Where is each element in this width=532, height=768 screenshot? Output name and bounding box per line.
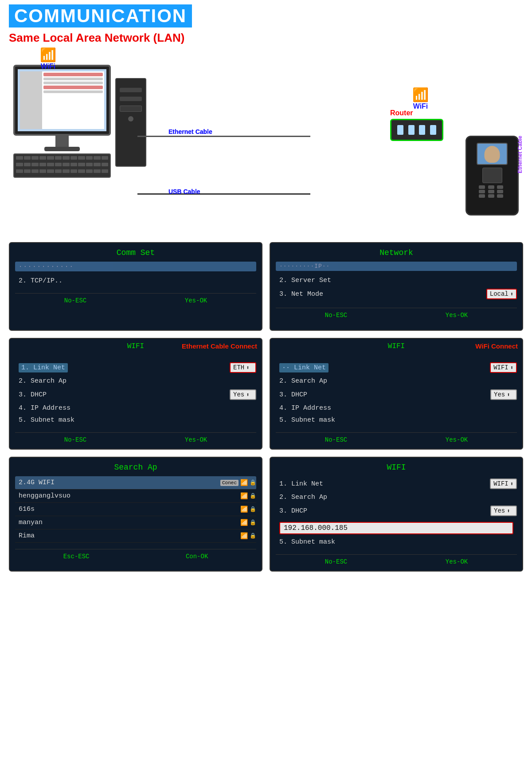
panel-search-ap-escesc[interactable]: Esc-ESC — [63, 553, 90, 560]
panel-wifi-eth-dropdown[interactable]: ETH ⬆ — [230, 362, 256, 373]
panel-wifi-wifi-yesok[interactable]: Yes-OK — [446, 436, 468, 443]
device-screen — [477, 143, 508, 165]
screen-bar-4 — [43, 86, 103, 89]
panel-network-dropdown[interactable]: Local ⬆ — [486, 289, 517, 299]
keyboard — [13, 153, 111, 178]
dropdown-arrow-dhcp-wifi: ⬆ — [507, 392, 510, 398]
panel-comm-set-yesok[interactable]: Yes-OK — [185, 297, 207, 304]
panel-wifi-wifi-item-3: 4. IP Address — [276, 402, 517, 414]
searchap-item-3[interactable]: 616s 📶 🔒 — [15, 503, 256, 516]
searchap-item-3-name: 616s — [19, 505, 35, 513]
panel-wifi-wifi-dropdown[interactable]: WIFI ⬆ — [490, 362, 517, 373]
panel-wifi-eth-item-3: 4. IP Address — [15, 402, 256, 414]
dropdown-arrow: ⬆ — [510, 291, 513, 298]
dropdown-arrow-wifi-ip: ⬆ — [510, 481, 513, 487]
wifi-left-icon: 📶 — [40, 47, 56, 63]
searchap-item-4-name: manyan — [19, 519, 43, 526]
panel-wifi-ip-noesc[interactable]: No-ESC — [325, 558, 347, 565]
panel-wifi-eth-item-3-text: 4. IP Address — [19, 404, 70, 412]
screen-bar-3 — [43, 82, 103, 84]
panel-network-item-1: 2. Server Set — [276, 274, 517, 286]
panel-comm-set-item-1: 2. TCP/IP.. — [15, 275, 256, 287]
panel-search-ap-conok[interactable]: Con-OK — [186, 553, 208, 560]
panel-network-title: Network — [276, 248, 517, 257]
searchap-item-5[interactable]: Rima 📶 🔒 — [15, 529, 256, 543]
tower-drive — [120, 106, 142, 112]
panel-comm-set-item-1-text: 2. TCP/IP.. — [19, 277, 63, 285]
panel-network-yesok[interactable]: Yes-OK — [446, 312, 468, 319]
panel-wifi-wifi-item-4: 5. Subnet mask — [276, 414, 517, 426]
ethernet-cable-line — [137, 136, 310, 137]
computer-illustration: 📶 WiFi — [13, 65, 111, 178]
panel-wifi-eth-noesc[interactable]: No-ESC — [64, 436, 86, 443]
panel-search-ap: Search Ap 2.4G WIFI Conec 📶 🔒 hengganglv… — [9, 457, 262, 572]
ethernet-vertical-label: Ethernet Cable — [517, 136, 523, 173]
searchap-item-1[interactable]: 2.4G WIFI Conec 📶 🔒 — [15, 476, 256, 490]
panel-wifi-eth-dhcp-dropdown[interactable]: Yes⬆ — [230, 389, 256, 400]
searchap-item-5-badges: 📶 🔒 — [240, 532, 256, 540]
eth-cable-label-text: Ethernet Cable — [168, 128, 212, 135]
searchap-item-2-lock: 🔒 — [250, 493, 256, 499]
panel-network-noesc[interactable]: No-ESC — [325, 312, 347, 319]
screen-bar-5 — [43, 90, 103, 93]
panels-grid: Comm Set ············ 2. TCP/IP.. No-ESC… — [0, 238, 532, 576]
title-banner: COMMUNICATION — [9, 4, 523, 27]
panel-wifi-eth-item-4-text: 5. Subnet mask — [19, 416, 74, 424]
panel-wifi-wifi-item-1-text: 2. Search Ap — [279, 377, 327, 385]
panel-wifi-ip-yesok[interactable]: Yes-OK — [446, 558, 468, 565]
panel-wifi-wifi-item-0: ·· Link Net WIFI ⬆ — [276, 360, 517, 375]
panel-wifi-ip-item-1: 1. Link Net WIFI⬆ — [276, 476, 517, 491]
tower-button — [128, 116, 133, 121]
panel-network-footer: No-ESC Yes-OK — [276, 308, 517, 319]
subtitle: Same Local Area Network (LAN) — [9, 31, 523, 45]
panel-wifi-ip-link-dropdown[interactable]: WIFI⬆ — [490, 478, 517, 489]
panel-network-item-2-text: 3. Net Mode — [279, 290, 323, 298]
searchap-item-5-lock: 🔒 — [250, 533, 256, 539]
panel-wifi-ip: WIFI 1. Link Net WIFI⬆ 2. Search Ap 3. D… — [270, 457, 523, 572]
panel-wifi-ip-title: WIFI — [276, 463, 517, 472]
usb-cable-line — [137, 193, 310, 195]
panel-wifi-ip-item-2: 2. Search Ap — [276, 491, 517, 503]
panel-wifi-wifi-noesc[interactable]: No-ESC — [325, 436, 347, 443]
monitor — [13, 65, 111, 136]
router-port-3 — [419, 125, 425, 135]
dropdown-arrow-eth: ⬆ — [246, 364, 249, 371]
panel-wifi-wifi-item-1: 2. Search Ap — [276, 375, 517, 387]
searchap-item-4-badges: 📶 🔒 — [240, 519, 256, 526]
panel-network-highlight: ·········IP·· — [276, 262, 517, 271]
searchap-item-3-lock: 🔒 — [250, 506, 256, 513]
page-title: COMMUNICATION — [9, 4, 192, 27]
panel-wifi-ip-item-5: 5. Subnet mask — [276, 536, 517, 548]
tower-slot-1 — [120, 88, 142, 92]
panel-wifi-eth-wifi-label: WIFI — [127, 342, 144, 350]
wifi-left-group: 📶 WiFi — [40, 47, 56, 71]
panel-wifi-eth-item-4: 5. Subnet mask — [15, 414, 256, 426]
panel-wifi-wifi-content: ·· Link Net WIFI ⬆ 2. Search Ap 3. DHCP … — [276, 360, 517, 426]
panel-wifi-eth-yesok[interactable]: Yes-OK — [185, 436, 207, 443]
searchap-item-5-name: Rima — [19, 532, 35, 540]
searchap-item-1-badges: Conec 📶 🔒 — [220, 479, 256, 486]
wifi-right-group: 📶 WiFi — [412, 87, 429, 110]
searchap-item-5-signal: 📶 — [240, 532, 248, 540]
panel-wifi-ip-dhcp-label: 3. DHCP — [279, 507, 307, 515]
searchap-item-4-lock: 🔒 — [250, 519, 256, 526]
searchap-item-3-badges: 📶 🔒 — [240, 505, 256, 513]
searchap-item-4[interactable]: manyan 📶 🔒 — [15, 516, 256, 529]
router-body — [390, 119, 443, 141]
tower — [115, 78, 146, 167]
panel-wifi-wifi-dhcp-dropdown[interactable]: Yes⬆ — [490, 389, 517, 400]
searchap-item-2[interactable]: hengganglvsuo 📶 🔒 — [15, 490, 256, 503]
monitor-base — [44, 147, 80, 151]
panel-wifi-ip-footer: No-ESC Yes-OK — [276, 554, 517, 565]
panel-wifi-ip-address: 192.168.000.185 — [279, 522, 513, 534]
panel-comm-set: Comm Set ············ 2. TCP/IP.. No-ESC… — [9, 242, 262, 331]
panel-wifi-ip-dhcp-dropdown[interactable]: Yes⬆ — [490, 505, 517, 516]
panel-comm-set-noesc[interactable]: No-ESC — [64, 297, 86, 304]
panel-wifi-ip-ip-section: 192.168.000.185 — [276, 518, 517, 536]
wifi-right-label: WiFi — [412, 102, 429, 110]
panel-search-ap-title: Search Ap — [15, 463, 256, 472]
panel-wifi-wifi-item-2: 3. DHCP Yes⬆ — [276, 387, 517, 402]
searchap-item-1-lock: 🔒 — [250, 479, 256, 486]
screen-bar-2 — [43, 78, 103, 80]
searchap-item-1-name: 2.4G WIFI — [19, 479, 55, 486]
